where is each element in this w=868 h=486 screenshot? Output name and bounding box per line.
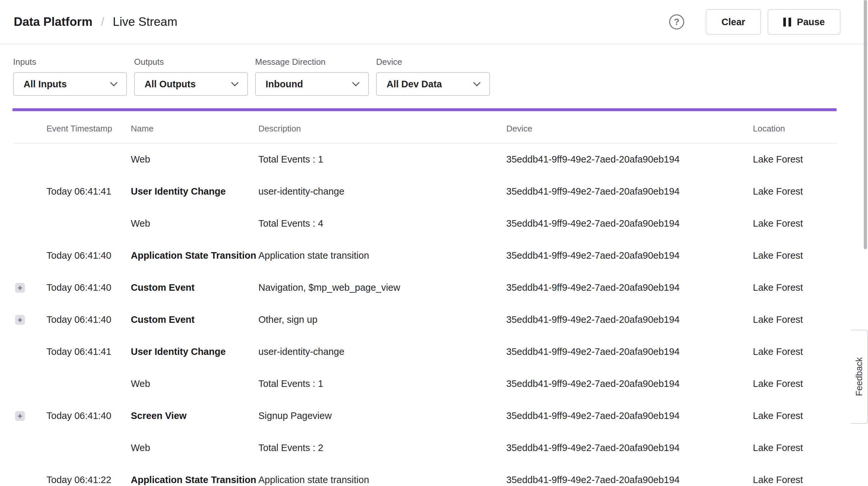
outputs-select[interactable]: All Outputs [134, 72, 248, 96]
table-row[interactable]: Today 06:41:41User Identity Changeuser-i… [13, 336, 837, 368]
filter-device: Device All Dev Data [376, 57, 490, 96]
event-description: Application state transition [258, 239, 506, 271]
event-timestamp: Today 06:41:40 [46, 400, 131, 432]
table-row[interactable]: WebTotal Events : 435eddb41-9ff9-49e2-7a… [13, 207, 837, 239]
expand-cell [13, 464, 46, 486]
event-timestamp: Today 06:41:40 [46, 304, 131, 336]
event-location: Lake Forest [753, 239, 837, 271]
device-id: 35eddb41-9ff9-49e2-7aed-20afa90eb194 [506, 175, 753, 207]
expand-row-icon[interactable]: + [15, 315, 25, 325]
pause-icon [783, 18, 791, 27]
device-select-value: All Dev Data [386, 79, 442, 90]
device-id: 35eddb41-9ff9-49e2-7aed-20afa90eb194 [506, 464, 753, 486]
event-name: Web [131, 432, 258, 464]
chevron-down-icon [352, 79, 360, 86]
filter-inputs: Inputs All Inputs [13, 57, 127, 96]
table-row[interactable]: +Today 06:41:40Custom EventNavigation, $… [13, 271, 837, 304]
filter-inputs-label: Inputs [13, 57, 127, 67]
expand-cell [13, 143, 46, 175]
expand-column-header [13, 111, 46, 143]
clear-button[interactable]: Clear [706, 9, 761, 35]
pause-button[interactable]: Pause [768, 9, 840, 35]
expand-cell [13, 239, 46, 271]
device-id: 35eddb41-9ff9-49e2-7aed-20afa90eb194 [506, 271, 753, 304]
expand-cell [13, 336, 46, 368]
table-row[interactable]: Today 06:41:22Application State Transiti… [13, 464, 837, 486]
table-row[interactable]: WebTotal Events : 135eddb41-9ff9-49e2-7a… [13, 368, 837, 400]
event-name: Application State Transition [131, 464, 258, 486]
device-select[interactable]: All Dev Data [376, 72, 490, 96]
expand-cell [13, 175, 46, 207]
table-row[interactable]: +Today 06:41:40Screen ViewSignup Pagevie… [13, 400, 837, 432]
event-location: Lake Forest [753, 400, 837, 432]
column-header-device: Device [506, 111, 753, 143]
event-location: Lake Forest [753, 368, 837, 400]
top-bar-actions: ? Clear Pause [669, 9, 840, 35]
device-id: 35eddb41-9ff9-49e2-7aed-20afa90eb194 [506, 336, 753, 368]
expand-cell: + [13, 271, 46, 304]
table-row[interactable]: +Today 06:41:40Custom EventOther, sign u… [13, 304, 837, 336]
table-row[interactable]: WebTotal Events : 135eddb41-9ff9-49e2-7a… [13, 143, 837, 175]
device-id: 35eddb41-9ff9-49e2-7aed-20afa90eb194 [506, 207, 753, 239]
event-timestamp [46, 207, 131, 239]
event-location: Lake Forest [753, 464, 837, 486]
event-name: Application State Transition [131, 239, 258, 271]
event-location: Lake Forest [753, 304, 837, 336]
event-description: Total Events : 2 [258, 432, 506, 464]
event-description: user-identity-change [258, 336, 506, 368]
event-description: Total Events : 4 [258, 207, 506, 239]
event-name: Custom Event [131, 304, 258, 336]
event-location: Lake Forest [753, 175, 837, 207]
event-description: Navigation, $mp_web_page_view [258, 271, 506, 304]
filter-message-direction-label: Message Direction [255, 57, 369, 67]
event-description: Application state transition [258, 464, 506, 486]
event-timestamp: Today 06:41:40 [46, 271, 131, 304]
message-direction-select-value: Inbound [266, 79, 303, 90]
inputs-select[interactable]: All Inputs [13, 72, 127, 96]
event-location: Lake Forest [753, 271, 837, 304]
scrollbar-track[interactable] [863, 0, 868, 486]
filter-outputs: Outputs All Outputs [134, 57, 248, 96]
device-id: 35eddb41-9ff9-49e2-7aed-20afa90eb194 [506, 400, 753, 432]
column-header-description: Description [258, 111, 506, 143]
event-name: Web [131, 368, 258, 400]
event-timestamp [46, 432, 131, 464]
device-id: 35eddb41-9ff9-49e2-7aed-20afa90eb194 [506, 304, 753, 336]
event-timestamp: Today 06:41:22 [46, 464, 131, 486]
event-name: Custom Event [131, 271, 258, 304]
event-description: Signup Pageview [258, 400, 506, 432]
event-name: User Identity Change [131, 175, 258, 207]
event-name: Web [131, 143, 258, 175]
expand-cell [13, 432, 46, 464]
event-location: Lake Forest [753, 207, 837, 239]
event-description: Total Events : 1 [258, 143, 506, 175]
expand-cell [13, 368, 46, 400]
event-description: Total Events : 1 [258, 368, 506, 400]
event-location: Lake Forest [753, 143, 837, 175]
event-name: Web [131, 207, 258, 239]
scrollbar-thumb[interactable] [864, 0, 867, 249]
filter-device-label: Device [376, 57, 490, 67]
expand-cell: + [13, 400, 46, 432]
chevron-down-icon [110, 79, 118, 86]
event-name: Screen View [131, 400, 258, 432]
event-timestamp [46, 368, 131, 400]
accent-divider [12, 108, 837, 111]
help-icon[interactable]: ? [669, 14, 684, 29]
expand-cell: + [13, 304, 46, 336]
event-location: Lake Forest [753, 432, 837, 464]
column-header-name: Name [131, 111, 258, 143]
table-row[interactable]: Today 06:41:40Application State Transiti… [13, 239, 837, 271]
message-direction-select[interactable]: Inbound [255, 72, 369, 96]
device-id: 35eddb41-9ff9-49e2-7aed-20afa90eb194 [506, 143, 753, 175]
table-row[interactable]: Today 06:41:41User Identity Changeuser-i… [13, 175, 837, 207]
expand-row-icon[interactable]: + [15, 411, 25, 421]
table-row[interactable]: WebTotal Events : 235eddb41-9ff9-49e2-7a… [13, 432, 837, 464]
event-description: user-identity-change [258, 175, 506, 207]
event-timestamp: Today 06:41:40 [46, 239, 131, 271]
event-name: User Identity Change [131, 336, 258, 368]
event-description: Other, sign up [258, 304, 506, 336]
breadcrumb[interactable]: Data Platform [14, 15, 93, 29]
page-title: Live Stream [113, 15, 177, 29]
expand-row-icon[interactable]: + [15, 283, 25, 293]
